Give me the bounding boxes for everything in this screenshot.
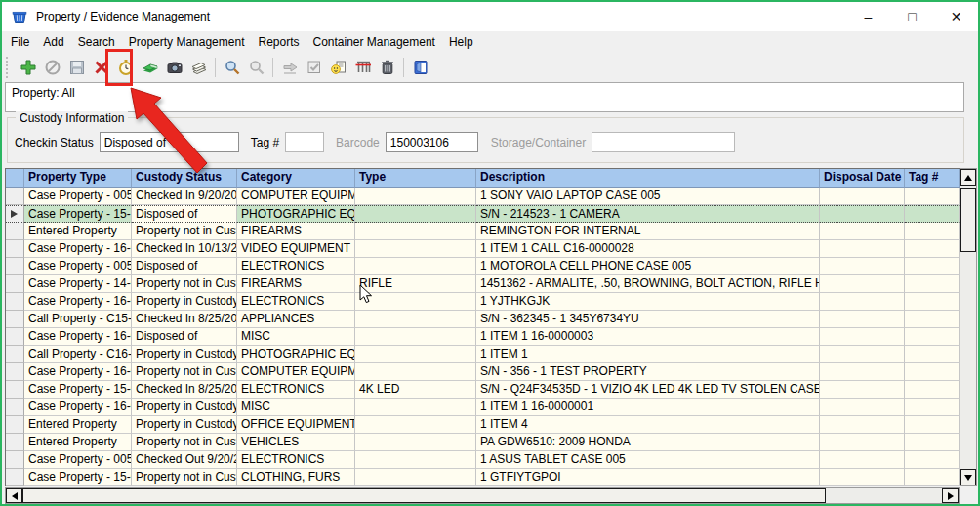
grid-cell-description[interactable]: 1 ASUS TABLET CASE 005 [476,451,820,469]
grid-cell-custody_status[interactable]: Disposed of [132,205,237,223]
row-selector-cell[interactable] [6,223,24,240]
table-row[interactable]: Entered PropertyProperty not in CustodVE… [6,434,960,451]
grid-cell-disposal_date[interactable] [820,434,905,451]
documents-button[interactable] [186,55,211,80]
grid-cell-category[interactable]: FIREARMS [237,275,355,293]
grid-cell-type[interactable] [355,293,476,311]
grid-cell-category[interactable]: OFFICE EQUIPMENT [237,416,355,434]
trash-button[interactable] [375,55,399,80]
grid-cell-custody_status[interactable]: Property in Custody [132,399,237,416]
minimize-button[interactable]: – [846,2,890,31]
grid-cell-description[interactable]: S/N - 362345 - 1 345Y6734YU [476,311,820,328]
grid-cell-type[interactable] [355,469,476,486]
grid-cell-category[interactable]: APPLIANCES [237,311,355,328]
grid-cell-type[interactable]: RIFLE [355,275,476,293]
grid-cell-category[interactable]: FIREARMS [237,223,355,240]
grid-cell-tag[interactable] [905,311,960,328]
row-selector-cell[interactable] [6,346,24,363]
grid-cell-disposal_date[interactable] [820,363,905,381]
grid-header-category[interactable]: Category [237,169,355,188]
row-selector-cell[interactable] [6,205,24,223]
grid-cell-property_type[interactable]: Call Property - C15-06 [24,311,132,328]
grid-cell-tag[interactable] [905,223,960,240]
row-selector-cell[interactable] [6,311,24,328]
menu-container-management[interactable]: Container Management [306,33,442,51]
table-row[interactable]: Case Property - 005Checked In 9/20/201CO… [6,188,960,205]
row-selector-cell[interactable] [6,363,24,381]
vertical-scrollbar[interactable] [960,168,977,486]
menu-file[interactable]: File [4,33,36,51]
grid-cell-disposal_date[interactable] [820,223,905,240]
scroll-right-button[interactable] [942,488,959,503]
table-row[interactable]: Case Property - 16-00Property in Custody… [6,399,960,416]
grid-cell-category[interactable]: PHOTOGRAPHIC EQUI [237,346,355,363]
row-selector-cell[interactable] [6,275,24,293]
table-row[interactable]: Case Property - 14-00Property not in Cus… [6,275,960,293]
grid-cell-disposal_date[interactable] [820,469,905,486]
row-selector-cell[interactable] [6,293,24,311]
tag-number-input[interactable] [285,132,324,152]
row-selector-cell[interactable] [6,188,24,205]
grid-cell-type[interactable] [355,363,476,381]
grid-header-type[interactable]: Type [355,169,476,188]
barcode-strike-button[interactable] [350,55,375,80]
grid-cell-description[interactable]: 1451362 - ARMALITE, .50, BROWNING, BOLT … [476,275,820,293]
grid-cell-property_type[interactable]: Case Property - 16-00 [24,240,132,258]
grid-cell-property_type[interactable]: Entered Property [24,434,132,451]
grid-cell-custody_status[interactable]: Property in Custody [132,416,237,434]
row-selector-cell[interactable] [6,416,24,434]
grid-cell-tag[interactable] [905,293,960,311]
grid-cell-custody_status[interactable]: Property not in Custod [132,275,237,293]
menu-help[interactable]: Help [442,33,480,51]
grid-cell-description[interactable]: PA GDW6510: 2009 HONDA [476,434,820,451]
table-row[interactable]: Case Property - 16-01Property in Custody… [6,293,960,311]
grid-cell-disposal_date[interactable] [820,188,905,205]
grid-cell-type[interactable] [355,346,476,363]
grid-cell-category[interactable]: ELECTRONICS [237,258,355,275]
property-book-button[interactable] [138,55,162,80]
menu-add[interactable]: Add [36,33,70,51]
grid-cell-tag[interactable] [905,188,960,205]
grid-cell-description[interactable]: 1 ITEM 1 16-0000003 [476,328,820,346]
grid-cell-category[interactable]: VIDEO EQUIPMENT [237,240,355,258]
table-row[interactable]: Entered PropertyProperty not in CustodFI… [6,223,960,240]
grid-cell-category[interactable]: COMPUTER EQUIPMEI [237,188,355,205]
grid-cell-custody_status[interactable]: Checked In 8/25/201 [132,381,237,399]
grid-cell-type[interactable] [355,416,476,434]
property-filter-box[interactable]: Property: All [5,82,964,112]
grid-cell-disposal_date[interactable] [820,346,905,363]
grid-cell-category[interactable]: MISC [237,328,355,346]
exit-door-button[interactable] [408,55,432,80]
grid-cell-property_type[interactable]: Call Property - C16-00 [24,346,132,363]
grid-cell-description[interactable]: 1 SONY VAIO LAPTOP CASE 005 [476,188,820,205]
menu-property-management[interactable]: Property Management [122,33,252,51]
grid-cell-property_type[interactable]: Case Property - 15-11 [24,205,132,223]
grid-cell-category[interactable]: VEHICLES [237,434,355,451]
scroll-left-button[interactable] [6,488,22,503]
grid-cell-custody_status[interactable]: Checked In 9/20/201 [132,188,237,205]
grid-cell-property_type[interactable]: Case Property - 16-00 [24,328,132,346]
table-row[interactable]: Case Property - 16-00Disposed ofMISC1 IT… [6,328,960,346]
add-button[interactable] [16,55,40,80]
grid-cell-custody_status[interactable]: Property in Custody [132,293,237,311]
grid-cell-category[interactable]: ELECTRONICS [237,451,355,469]
grid-cell-property_type[interactable]: Case Property - 005 [24,258,132,275]
grid-cell-type[interactable] [355,258,476,275]
scroll-down-button[interactable] [960,469,976,485]
grid-cell-type[interactable] [355,240,476,258]
grid-cell-description[interactable]: 1 ITEM 4 [476,416,820,434]
grid-cell-type[interactable] [355,399,476,416]
grid-cell-type[interactable]: 4K LED [355,381,476,399]
grid-cell-property_type[interactable]: Case Property - 16-01 [24,363,132,381]
grid-cell-description[interactable]: REMINGTON FOR INTERNAL [476,223,820,240]
grid-cell-tag[interactable] [905,275,960,293]
grid-cell-tag[interactable] [905,416,960,434]
menu-reports[interactable]: Reports [251,33,306,51]
grid-cell-disposal_date[interactable] [820,293,905,311]
horizontal-scroll-thumb[interactable] [22,488,826,503]
grid-cell-tag[interactable] [905,469,960,486]
grid-cell-custody_status[interactable]: Checked In 10/13/20 [132,240,237,258]
grid-cell-tag[interactable] [905,328,960,346]
grid-cell-type[interactable] [355,188,476,205]
grid-header-description[interactable]: Description [476,169,820,188]
